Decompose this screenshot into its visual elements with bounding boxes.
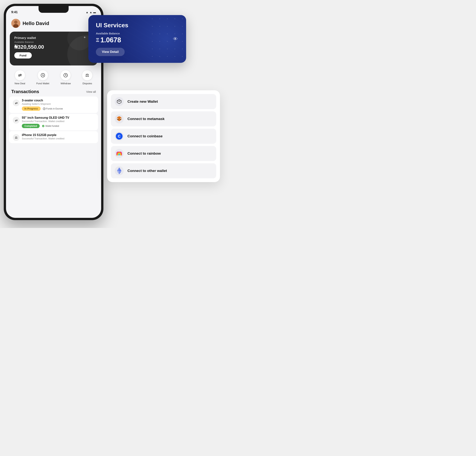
svg-point-2 (13, 24, 18, 28)
tx-name: 55'' inch Samsung OLED UHD TV (22, 116, 94, 119)
wallet-balance-label: Available Balance (14, 41, 93, 44)
view-all-link[interactable]: View all (86, 90, 96, 93)
tx-scales-icon: ⚖ (13, 134, 20, 141)
connect-metamask-label: Connect to metamask (128, 117, 164, 121)
card-amount: Ξ 1.0678 (96, 36, 178, 44)
sparkle-icon: ✦ (83, 35, 86, 40)
greeting-text: Hello David (23, 20, 89, 26)
svg-point-6 (42, 125, 44, 127)
action-disputes[interactable]: ⚖ Disputes (82, 70, 93, 85)
battery-icon: ▬ (93, 11, 96, 14)
tx-content: iPhone 15 512GB purple Successful Transa… (22, 133, 94, 140)
connect-other-wallet-item[interactable]: Connect to other wallet (111, 163, 216, 178)
notch (39, 6, 69, 13)
transaction-item[interactable]: ⇄ 3-seater couch Awaiting Seller's Shipm… (9, 96, 98, 113)
fund-button[interactable]: Fund (14, 52, 32, 59)
in-progress-badge: In Progress (22, 106, 41, 111)
connect-metamask-item[interactable]: Connect to metamask (111, 111, 216, 126)
transaction-item[interactable]: ⚖ iPhone 15 512GB purple Successful Tran… (9, 131, 98, 143)
card-title: UI Services (96, 22, 178, 29)
action-new-deal[interactable]: ⇄ New Deal (15, 70, 25, 85)
primary-wallet-card: ✦ Primary wallet Available Balance ₦320,… (10, 32, 97, 65)
action-fund-wallet[interactable]: Fund Wallet (36, 70, 49, 85)
avatar (11, 19, 20, 28)
transactions-header: Transactions View all (6, 87, 101, 96)
ethereum-icon (115, 166, 124, 175)
eth-symbol: Ξ (96, 37, 99, 43)
escrow-label: Funds in Escrow (43, 107, 63, 110)
tx-name: 3-seater couch (22, 99, 94, 102)
tx-arrow-icon: ⇄ (13, 99, 20, 106)
coinbase-logo: C (116, 133, 123, 140)
view-detail-button[interactable]: View Detail (96, 48, 125, 56)
action-new-deal-label: New Deal (15, 82, 25, 85)
tx-sub: Successful Transaction. Wallet credited (22, 120, 94, 123)
action-disputes-label: Disputes (83, 82, 92, 85)
wallet-amount: ₦320,550.00 (14, 44, 93, 50)
action-fund-wallet-label: Fund Wallet (36, 82, 49, 85)
transactions-title: Transactions (11, 89, 39, 94)
tx-content: 3-seater couch Awaiting Seller's Shipmen… (22, 99, 94, 111)
app-header: Hello David 🔔 (6, 16, 101, 30)
withdraw-icon (60, 70, 71, 80)
connect-coinbase-item[interactable]: C Connect to coinbase (111, 129, 216, 144)
action-withdraw-label: Withdraw (60, 82, 71, 85)
quick-actions: ⇄ New Deal Fund Wallet (6, 65, 101, 87)
completed-badge: Completed (22, 124, 40, 128)
svg-marker-20 (119, 167, 121, 172)
wallet-connect-menu: Create new Wallet Connect to metamask C (107, 90, 220, 182)
create-wallet-label: Create new Wallet (128, 99, 158, 104)
fund-wallet-icon (38, 70, 48, 80)
disputes-icon: ⚖ (82, 70, 93, 80)
ui-services-card: UI Services Available Balance Ξ 1.0678 👁… (88, 15, 186, 63)
wallet-title: Primary wallet (14, 36, 93, 40)
connect-coinbase-label: Connect to coinbase (128, 134, 163, 138)
metamask-fox-icon (115, 114, 124, 123)
tx-badges: In Progress Funds in Escrow (22, 106, 94, 111)
action-withdraw[interactable]: Withdraw (60, 70, 71, 85)
tx-name: iPhone 15 512GB purple (22, 133, 94, 137)
signal-icon: ▲ (89, 11, 92, 14)
transaction-item[interactable]: ⇄ 55'' inch Samsung OLED UHD TV Successf… (9, 114, 98, 130)
new-deal-icon: ⇄ (15, 70, 25, 80)
coinbase-icon: C (115, 132, 124, 141)
create-wallet-item[interactable]: Create new Wallet (111, 94, 216, 109)
svg-point-5 (43, 108, 45, 110)
tx-arrow-icon: ⇄ (13, 117, 20, 123)
wallet-funded-label: Wallet funded (42, 125, 59, 127)
connect-rainbow-label: Connect to rainbow (128, 151, 161, 156)
status-icons: ▲ ▲ ▬ (86, 11, 96, 14)
tx-sub: Awaiting Seller's Shipment (22, 103, 94, 105)
tx-sub: Successful Transaction. Wallet credited (22, 137, 94, 140)
card-eye-icon[interactable]: 👁 (173, 36, 178, 42)
connect-rainbow-item[interactable]: Connect to rainbow (111, 146, 216, 161)
rainbow-icon (115, 149, 124, 158)
wifi-icon: ▲ (86, 11, 88, 14)
svg-point-1 (14, 20, 17, 24)
tx-badges: Completed Wallet funded (22, 124, 94, 128)
tx-content: 55'' inch Samsung OLED UHD TV Successful… (22, 116, 94, 128)
card-balance-label: Available Balance (96, 32, 178, 35)
connect-other-wallet-label: Connect to other wallet (128, 169, 167, 173)
status-time: 9:41 (11, 10, 18, 14)
cube-icon (115, 97, 124, 106)
